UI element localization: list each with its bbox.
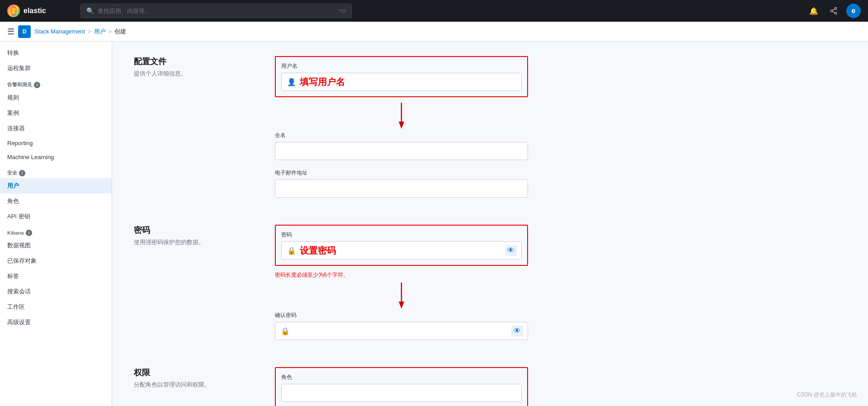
- sidebar-item-workspaces[interactable]: 工作区: [0, 299, 112, 315]
- profile-section: 配置文件 提供个人详细信息。 用户名 👤 填写用户名: [134, 56, 846, 207]
- password-toggle-icon[interactable]: 👁: [505, 245, 517, 256]
- svg-marker-9: [399, 122, 404, 129]
- sidebar-item-label: 连接器: [7, 124, 25, 132]
- breadcrumb: Stack Management > 用户 > 创建: [34, 28, 126, 36]
- main-content: 配置文件 提供个人详细信息。 用户名 👤 填写用户名: [112, 42, 868, 406]
- share-icon[interactable]: [826, 4, 841, 18]
- sidebar-item-label: 角色: [7, 197, 19, 205]
- info-icon: i: [34, 82, 40, 88]
- nav-icons: 🔔 e: [807, 4, 861, 18]
- sidebar-item-ml[interactable]: Machine Learning: [0, 150, 112, 164]
- permissions-description: 权限 分配角色以管理访问和权限。: [134, 367, 260, 406]
- fullname-input[interactable]: [281, 147, 522, 155]
- annotation-arrow-2: [275, 283, 528, 310]
- profile-description: 配置文件 提供个人详细信息。: [134, 56, 260, 207]
- confirm-password-input[interactable]: [293, 327, 522, 335]
- permissions-subtitle: 分配角色以管理访问和权限。: [134, 381, 260, 389]
- svg-line-6: [832, 11, 835, 13]
- sidebar-item-label: 标签: [7, 272, 19, 280]
- breadcrumb-bar: ☰ D Stack Management > 用户 > 创建: [0, 22, 868, 42]
- password-section: 密码 使用强密码保护您的数据。 密码 🔒 设置密码 👁 密码长度必须至少为6个: [134, 225, 846, 349]
- password-input-wrapper[interactable]: 🔒 设置密码 👁: [281, 241, 522, 260]
- password-annotated-box: 密码 🔒 设置密码 👁: [275, 225, 528, 266]
- sidebar-item-users[interactable]: 用户: [0, 178, 112, 194]
- sidebar-item-cases[interactable]: 案例: [0, 105, 112, 121]
- svg-line-7: [832, 9, 835, 10]
- logo[interactable]: elastic: [7, 5, 46, 17]
- breadcrumb-current: 创建: [114, 28, 126, 36]
- username-input-wrapper[interactable]: 👤 填写用户名: [281, 73, 522, 91]
- sidebar-item-api-keys[interactable]: API 密钥: [0, 209, 112, 224]
- confirm-password-toggle-icon[interactable]: 👁: [511, 326, 523, 336]
- svg-point-5: [835, 12, 837, 14]
- sidebar-item-label: 工作区: [7, 303, 25, 311]
- sidebar-item-rules[interactable]: 规则: [0, 90, 112, 105]
- permissions-annotated-box: 角色 设置角色权限，我所设置的权限有logstash的权限，以及superuse…: [275, 367, 528, 406]
- sidebar-item-label: 转换: [7, 49, 19, 57]
- svg-point-0: [9, 6, 18, 15]
- breadcrumb-users[interactable]: 用户: [94, 28, 106, 36]
- breadcrumb-stack-management[interactable]: Stack Management: [34, 28, 85, 35]
- sidebar-item-tags[interactable]: 标签: [0, 269, 112, 284]
- watermark: CSDN @史上最牛的飞机: [797, 391, 857, 399]
- password-placeholder-text: 设置密码: [300, 245, 516, 257]
- sidebar-item-label: 搜索会话: [7, 288, 31, 296]
- password-label: 密码: [281, 231, 522, 239]
- user-avatar[interactable]: e: [846, 4, 861, 18]
- email-label: 电子邮件地址: [275, 169, 528, 177]
- svg-point-2: [9, 9, 18, 13]
- username-field-group: 用户名 👤 填写用户名: [275, 56, 528, 97]
- lock-icon-confirm: 🔒: [281, 327, 290, 335]
- sidebar-section-security: 安全 i: [0, 164, 112, 178]
- password-field-group: 密码 🔒 设置密码 👁: [281, 231, 522, 260]
- profile-fields: 用户名 👤 填写用户名 全名: [275, 56, 528, 207]
- sidebar-item-data-views[interactable]: 数据视图: [0, 238, 112, 253]
- sidebar-item-label: Machine Learning: [7, 154, 54, 161]
- sidebar-item-label: 远程集群: [7, 64, 31, 72]
- search-input[interactable]: [98, 8, 335, 14]
- email-input-wrapper[interactable]: [275, 179, 528, 198]
- user-icon: 👤: [287, 78, 296, 86]
- sidebar-item-label: 高级设置: [7, 318, 31, 326]
- sidebar-item-reporting[interactable]: Reporting: [0, 136, 112, 150]
- hamburger-menu[interactable]: ☰: [7, 27, 14, 37]
- svg-marker-11: [399, 302, 404, 309]
- permissions-section: 权限 分配角色以管理访问和权限。 角色 设置角色权限，我所设置的权限有logst…: [134, 367, 846, 406]
- annotation-arrow-1: [275, 103, 528, 130]
- password-description: 密码 使用强密码保护您的数据。: [134, 225, 260, 349]
- search-shortcut: ⌥/: [339, 8, 346, 14]
- sidebar-item-search-sessions[interactable]: 搜索会话: [0, 284, 112, 299]
- username-label: 用户名: [281, 62, 522, 70]
- user-avatar-small: D: [18, 25, 31, 38]
- email-field-group: 电子邮件地址: [275, 169, 528, 198]
- info-icon-kibana: i: [26, 230, 32, 236]
- role-select[interactable]: [281, 384, 522, 402]
- notifications-icon[interactable]: 🔔: [807, 4, 821, 18]
- password-fields: 密码 🔒 设置密码 👁 密码长度必须至少为6个字符。: [275, 225, 528, 349]
- sidebar-item-remote-cluster[interactable]: 远程集群: [0, 61, 112, 76]
- confirm-password-label: 确认密码: [275, 312, 528, 319]
- profile-title: 配置文件: [134, 56, 260, 67]
- sidebar-item-label: Reporting: [7, 140, 33, 146]
- breadcrumb-sep-2: >: [108, 28, 112, 35]
- username-placeholder-text: 填写用户名: [300, 76, 516, 88]
- sidebar-section-kibana: Kibana i: [0, 224, 112, 238]
- svg-point-4: [830, 10, 833, 12]
- permissions-fields: 角色 设置角色权限，我所设置的权限有logstash的权限，以及superuse…: [275, 367, 528, 406]
- breadcrumb-sep-1: >: [88, 28, 91, 35]
- fullname-input-wrapper[interactable]: [275, 142, 528, 160]
- search-icon: 🔍: [86, 7, 94, 14]
- sidebar: 转换 远程集群 告警和洞见 i 规则 案例 连接器 Reporting Mach…: [0, 42, 112, 406]
- sidebar-item-transform[interactable]: 转换: [0, 45, 112, 61]
- email-input[interactable]: [281, 185, 522, 192]
- sidebar-item-connectors[interactable]: 连接器: [0, 121, 112, 136]
- sidebar-item-label: 规则: [7, 94, 19, 102]
- sidebar-item-saved-objects[interactable]: 已保存对象: [0, 253, 112, 269]
- password-subtitle: 使用强密码保护您的数据。: [134, 238, 260, 246]
- sidebar-item-advanced-settings[interactable]: 高级设置: [0, 315, 112, 330]
- confirm-password-input-wrapper[interactable]: 🔒 👁: [275, 322, 528, 340]
- app-title: elastic: [24, 7, 46, 15]
- sidebar-item-label: 用户: [7, 182, 19, 190]
- sidebar-item-roles[interactable]: 角色: [0, 194, 112, 209]
- global-search[interactable]: 🔍 ⌥/: [80, 4, 352, 18]
